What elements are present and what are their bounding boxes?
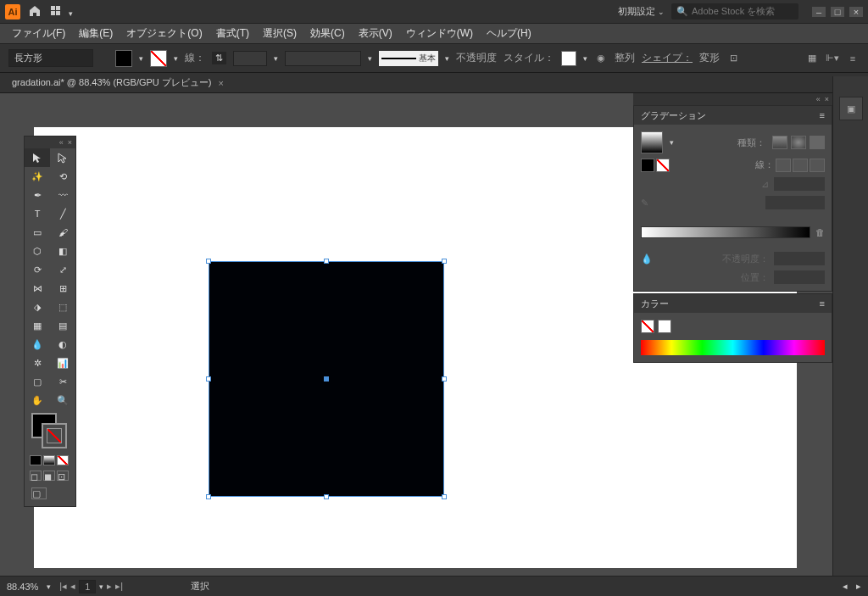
shaper-tool[interactable]: ⬡ (25, 242, 50, 260)
home-icon[interactable] (29, 5, 41, 19)
workspace-switcher[interactable]: 初期設定 ⌄ (618, 5, 665, 18)
scroll-right-icon[interactable]: ▸ (856, 581, 861, 592)
gradient-fill[interactable] (641, 159, 654, 172)
stroke-color[interactable] (42, 423, 67, 448)
width-tool[interactable]: ⋈ (25, 279, 50, 298)
close-tab-icon[interactable]: × (219, 78, 224, 88)
document-tab[interactable]: gradation.ai* @ 88.43% (RGB/GPU プレビュー)× (7, 74, 229, 92)
stroke-swatch[interactable] (150, 50, 167, 67)
color-mode[interactable] (30, 455, 42, 465)
handle-s[interactable] (324, 494, 329, 499)
edit-gradient-icon[interactable]: ✎ (641, 198, 648, 209)
aspect-input[interactable] (765, 196, 825, 209)
selection-tool[interactable] (25, 148, 50, 167)
perspective-tool[interactable]: ⬚ (50, 298, 75, 316)
gradient-thumbnail[interactable] (641, 131, 663, 153)
linear-type[interactable] (772, 136, 787, 149)
none-swatch[interactable] (641, 320, 654, 333)
draw-normal[interactable]: ◻ (30, 471, 42, 481)
eyedropper-tool[interactable]: 💧 (25, 335, 50, 354)
handle-n[interactable] (324, 259, 329, 264)
stroke-profile[interactable] (233, 51, 267, 66)
blend-tool[interactable]: ◐ (50, 335, 75, 354)
handle-nw[interactable] (206, 259, 211, 264)
stock-search-input[interactable]: 🔍Adobe Stock を検索 (671, 3, 798, 19)
fill-swatch[interactable] (115, 50, 132, 67)
color-spectrum[interactable] (641, 340, 825, 355)
menu-type[interactable]: 書式(T) (211, 25, 254, 42)
menu-window[interactable]: ウィンドウ(W) (401, 25, 478, 42)
handle-se[interactable] (442, 494, 447, 499)
graphic-style-swatch[interactable] (561, 51, 576, 66)
freeform-type[interactable] (810, 136, 825, 149)
properties-panel-icon[interactable]: ▣ (839, 97, 863, 120)
toolbox-collapse-icon[interactable]: « (59, 138, 64, 147)
fill-dropdown[interactable]: ▾ (139, 54, 143, 63)
shape-builder-tool[interactable]: ⬗ (25, 298, 50, 316)
white-swatch[interactable] (658, 320, 671, 333)
maximize-button[interactable]: □ (831, 7, 844, 17)
transform-label[interactable]: 変形 (699, 51, 720, 65)
last-artboard-icon[interactable]: ▸| (115, 581, 123, 592)
zoom-level[interactable]: 88.43% (7, 582, 38, 592)
menu-view[interactable]: 表示(V) (353, 25, 398, 42)
panel-menu-icon[interactable]: ≡ (820, 110, 825, 120)
gradient-mode[interactable] (43, 455, 55, 465)
stroke-opt-2[interactable] (793, 159, 808, 172)
panel-menu-icon[interactable]: ≡ (820, 298, 825, 309)
direct-selection-tool[interactable] (50, 148, 75, 167)
menu-object[interactable]: オブジェクト(O) (121, 25, 207, 42)
color-tab[interactable]: カラー (641, 298, 669, 310)
stop-opacity-input[interactable] (774, 252, 825, 265)
selected-rectangle[interactable] (209, 261, 444, 497)
gradient-stroke[interactable] (656, 159, 670, 172)
shape-options-label[interactable]: シェイプ： (642, 51, 693, 65)
type-tool[interactable]: T (25, 204, 50, 223)
rotate-tool[interactable]: ⟳ (25, 260, 50, 279)
stroke-opt-3[interactable] (810, 159, 825, 172)
menu-help[interactable]: ヘルプ(H) (481, 25, 537, 42)
recolor-icon[interactable]: ◉ (594, 52, 608, 65)
free-transform-tool[interactable]: ⊞ (50, 279, 75, 298)
hand-tool[interactable]: ✋ (25, 391, 50, 409)
delete-stop-icon[interactable]: 🗑 (815, 227, 825, 237)
gradient-tab[interactable]: グラデーション (641, 109, 706, 122)
grid-icon[interactable]: ▦ (805, 52, 819, 65)
menu-edit[interactable]: 編集(E) (74, 25, 118, 42)
toolbox-close-icon[interactable]: × (68, 138, 72, 147)
handle-w[interactable] (206, 376, 211, 382)
next-artboard-icon[interactable]: ▸ (107, 581, 112, 592)
screen-mode[interactable]: ▢ (31, 487, 47, 499)
gradient-slider[interactable] (641, 226, 810, 238)
stroke-width-input[interactable]: ⇅ (212, 52, 226, 64)
lasso-tool[interactable]: ⟲ (50, 167, 75, 186)
brush-def[interactable] (285, 51, 361, 66)
mesh-tool[interactable]: ▦ (25, 316, 50, 335)
symbol-sprayer-tool[interactable]: ✲ (25, 354, 50, 372)
stroke-dropdown[interactable]: ▾ (174, 54, 178, 63)
prev-artboard-icon[interactable]: ◂ (70, 581, 75, 592)
radial-type[interactable] (791, 136, 806, 149)
magic-wand-tool[interactable]: ✨ (25, 167, 50, 186)
curvature-tool[interactable]: 〰 (50, 186, 75, 204)
menu-file[interactable]: ファイル(F) (7, 25, 70, 42)
draw-behind[interactable]: ◼ (43, 471, 55, 481)
angle-input[interactable] (774, 177, 825, 191)
first-artboard-icon[interactable]: |◂ (59, 581, 67, 592)
align-label[interactable]: 整列 (615, 51, 635, 65)
dock-close-icon[interactable]: × (825, 95, 829, 103)
rectangle-tool[interactable]: ▭ (25, 223, 50, 242)
handle-sw[interactable] (206, 494, 211, 499)
zoom-tool[interactable]: 🔍 (50, 391, 75, 409)
menu-effect[interactable]: 効果(C) (305, 25, 350, 42)
prefs-icon[interactable]: ≡ (846, 52, 860, 65)
eraser-tool[interactable]: ◧ (50, 242, 75, 260)
none-mode[interactable] (57, 455, 69, 465)
stroke-opt-1[interactable] (776, 159, 791, 172)
slice-tool[interactable]: ✂ (50, 372, 75, 391)
arrange-docs-icon[interactable]: ▾ (51, 6, 73, 18)
handle-e[interactable] (442, 376, 447, 382)
artboard-number-input[interactable]: 1 (79, 580, 96, 593)
artboard-tool[interactable]: ▢ (25, 372, 50, 391)
handle-ne[interactable] (442, 259, 447, 264)
